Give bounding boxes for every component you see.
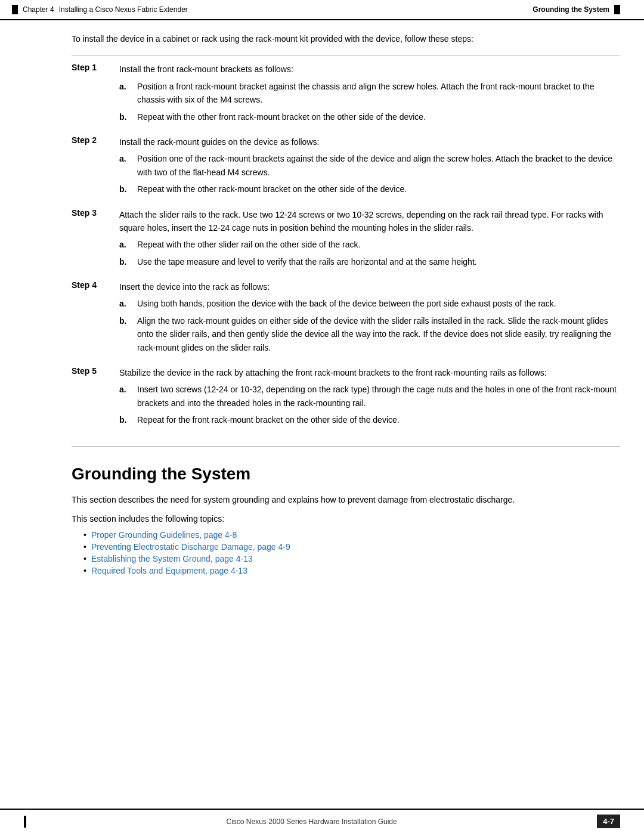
step-3a: a. Repeat with the other slider rail on … (119, 238, 620, 251)
step-3-content: Attach the slider rails to the rack. Use… (119, 208, 620, 272)
step-4b-content: Align the two rack-mount guides on eithe… (137, 314, 620, 354)
topic-link-3[interactable]: Establishing the System Ground, page 4-1… (91, 554, 253, 563)
step-5a: a. Insert two screws (12-24 or 10-32, de… (119, 383, 620, 410)
step-3-text: Attach the slider rails to the rack. Use… (119, 210, 603, 233)
step-2-text: Install the rack-mount guides on the dev… (119, 137, 319, 147)
step-2a: a. Position one of the rack-mount bracke… (119, 152, 620, 179)
step-2-label: Step 2 (72, 135, 119, 145)
step-5-text: Stabilize the device in the rack by atta… (119, 368, 547, 377)
step-5a-content: Insert two screws (12-24 or 10-32, depen… (137, 383, 620, 410)
step-1a-label: a. (119, 80, 137, 93)
topics-list: Proper Grounding Guidelines, page 4-8 Pr… (72, 530, 620, 575)
step-5b-label: b. (119, 413, 137, 426)
section-intro2: This section includes the following topi… (72, 512, 620, 525)
step-5b: b. Repeat for the front rack-mount brack… (119, 413, 620, 426)
step-4-content: Insert the device into the rack as follo… (119, 280, 620, 358)
step-4-row: Step 4 Insert the device into the rack a… (72, 280, 620, 358)
step-5a-label: a. (119, 383, 137, 396)
step-1-label: Step 1 (72, 63, 119, 72)
footer-right: 4-7 (597, 815, 620, 828)
step-2-content: Install the rack-mount guides on the dev… (119, 135, 620, 200)
main-content: To install the device in a cabinet or ra… (0, 20, 644, 590)
step-3-row: Step 3 Attach the slider rails to the ra… (72, 208, 620, 272)
step-3a-label: a. (119, 238, 137, 251)
step-3-label: Step 3 (72, 208, 119, 218)
step-5-content: Stabilize the device in the rack by atta… (119, 366, 620, 431)
step-1b: b. Repeat with the other front rack-moun… (119, 110, 620, 123)
step-4-sub-items: a. Using both hands, position the device… (119, 297, 620, 354)
section-intro1: This section describes the need for syst… (72, 493, 620, 506)
step-1-sub-items: a. Position a front rack-mount bracket a… (119, 80, 620, 123)
steps-section: Step 1 Install the front rack-mount brac… (72, 55, 620, 446)
step-1b-label: b. (119, 110, 137, 123)
step-3a-content: Repeat with the other slider rail on the… (137, 238, 620, 251)
header-left-rect (12, 5, 18, 14)
header-right-rect (614, 5, 620, 14)
list-item: Preventing Electrostatic Discharge Damag… (83, 542, 620, 552)
step-2-row: Step 2 Install the rack-mount guides on … (72, 135, 620, 200)
step-4a-content: Using both hands, position the device wi… (137, 297, 620, 310)
step-1-content: Install the front rack-mount brackets as… (119, 63, 620, 127)
step-3b: b. Use the tape measure and level to ver… (119, 255, 620, 268)
step-1a-content: Position a front rack-mount bracket agai… (137, 80, 620, 107)
step-1b-content: Repeat with the other front rack-mount b… (137, 110, 620, 123)
topic-link-1[interactable]: Proper Grounding Guidelines, page 4-8 (91, 530, 237, 540)
step-1a: a. Position a front rack-mount bracket a… (119, 80, 620, 107)
step-2b-label: b. (119, 182, 137, 196)
step-5-label: Step 5 (72, 366, 119, 376)
list-item: Establishing the System Ground, page 4-1… (83, 554, 620, 563)
topic-link-4[interactable]: Required Tools and Equipment, page 4-13 (91, 566, 247, 575)
step-5b-content: Repeat for the front rack-mount bracket … (137, 413, 620, 426)
step-1-row: Step 1 Install the front rack-mount brac… (72, 63, 620, 127)
section-title: Grounding the System (72, 465, 620, 484)
header-left: Chapter 4 Installing a Cisco Nexus Fabri… (12, 5, 188, 14)
page-container: Chapter 4 Installing a Cisco Nexus Fabri… (0, 0, 644, 833)
page-header: Chapter 4 Installing a Cisco Nexus Fabri… (0, 0, 644, 20)
step-2b-content: Repeat with the other rack-mount bracket… (137, 182, 620, 196)
footer-guide-title: Cisco Nexus 2000 Series Hardware Install… (227, 817, 397, 826)
intro-paragraph: To install the device in a cabinet or ra… (72, 32, 620, 45)
step-2a-label: a. (119, 152, 137, 165)
footer-left-bar (24, 816, 26, 828)
step-4b: b. Align the two rack-mount guides on ei… (119, 314, 620, 354)
step-3b-label: b. (119, 255, 137, 268)
header-chapter-title: Installing a Cisco Nexus Fabric Extender (59, 5, 188, 14)
header-chapter-label: Chapter 4 (23, 5, 54, 14)
step-4-text: Insert the device into the rack as follo… (119, 282, 270, 292)
step-4-label: Step 4 (72, 280, 119, 290)
step-1-text: Install the front rack-mount brackets as… (119, 64, 293, 74)
step-4a: a. Using both hands, position the device… (119, 297, 620, 310)
step-3-sub-items: a. Repeat with the other slider rail on … (119, 238, 620, 268)
list-item: Required Tools and Equipment, page 4-13 (83, 566, 620, 575)
page-number: 4-7 (597, 815, 620, 828)
step-2a-content: Position one of the rack-mount brackets … (137, 152, 620, 179)
step-4a-label: a. (119, 297, 137, 310)
step-3b-content: Use the tape measure and level to verify… (137, 255, 620, 268)
step-5-sub-items: a. Insert two screws (12-24 or 10-32, de… (119, 383, 620, 426)
step-2b: b. Repeat with the other rack-mount brac… (119, 182, 620, 196)
step-2-sub-items: a. Position one of the rack-mount bracke… (119, 152, 620, 196)
header-right-label: Grounding the System (532, 5, 609, 14)
header-right: Grounding the System (532, 5, 620, 14)
list-item: Proper Grounding Guidelines, page 4-8 (83, 530, 620, 540)
step-4b-label: b. (119, 314, 137, 327)
page-footer: Cisco Nexus 2000 Series Hardware Install… (0, 809, 644, 833)
topic-link-2[interactable]: Preventing Electrostatic Discharge Damag… (91, 542, 290, 552)
step-5-row: Step 5 Stabilize the device in the rack … (72, 366, 620, 431)
